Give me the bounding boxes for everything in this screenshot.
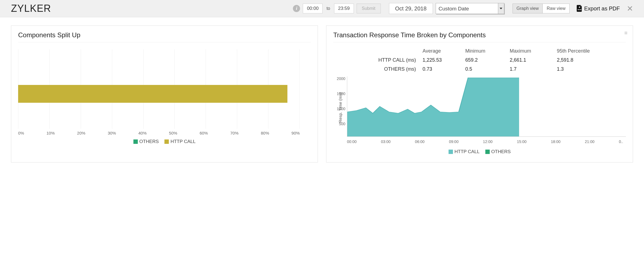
top-toolbar: ZYLKER i to Submit Custom Date Graph vie… xyxy=(0,0,644,17)
svg-text:PDF: PDF xyxy=(578,9,581,10)
raw-view-button[interactable]: Raw view xyxy=(543,4,569,13)
xtick: 50% xyxy=(169,131,177,135)
legend-http[interactable]: HTTP CALL xyxy=(164,139,195,144)
ytick: 1500 xyxy=(334,92,345,96)
xtick: 90% xyxy=(292,131,300,135)
cell: 1.7 xyxy=(509,65,556,74)
xtick: 12:00 xyxy=(483,139,492,144)
xtick: 60% xyxy=(200,131,208,135)
xtick: 18:00 xyxy=(551,139,561,144)
date-input[interactable] xyxy=(389,3,433,14)
col-min: Minimum xyxy=(464,47,509,56)
swatch-icon xyxy=(133,139,138,144)
x-axis: 00:00 03:00 06:00 09:00 12:00 15:00 18:0… xyxy=(347,139,626,144)
time-to-input[interactable] xyxy=(334,4,354,13)
xtick: 15:00 xyxy=(517,139,527,144)
col-max: Maximum xyxy=(509,47,556,56)
graph-view-button[interactable]: Graph view xyxy=(513,4,543,13)
dashboard: Components Split Up 0% 10% 20% 30% 40% 5… xyxy=(0,17,644,171)
cell: 1.3 xyxy=(556,65,626,74)
ytick: 1000 xyxy=(334,107,345,111)
xtick: 40% xyxy=(138,131,147,135)
pdf-icon: PDF xyxy=(576,5,583,12)
cell: 0.73 xyxy=(421,65,464,74)
bar-http-call xyxy=(18,85,287,103)
legend-others[interactable]: OTHERS xyxy=(485,149,511,155)
submit-button[interactable]: Submit xyxy=(357,4,381,13)
row-label: OTHERS (ms) xyxy=(333,65,421,74)
components-split-card: Components Split Up 0% 10% 20% 30% 40% 5… xyxy=(11,25,318,162)
bar-chart: 0% 10% 20% 30% 40% 50% 60% 70% 80% 90% O… xyxy=(18,49,311,145)
cell: 1,225.53 xyxy=(421,56,464,65)
swatch-icon xyxy=(449,150,453,154)
ytick: 2000 xyxy=(334,76,345,81)
date-range-select[interactable]: Custom Date xyxy=(436,3,504,14)
xtick: 00:00 xyxy=(347,139,357,144)
export-pdf-button[interactable]: PDF Export as PDF xyxy=(576,5,620,12)
brand-title: ZYLKER xyxy=(11,3,51,14)
card-title: Components Split Up xyxy=(18,31,311,42)
xtick: 09:00 xyxy=(449,139,458,144)
card-title: Transaction Response Time Broken by Comp… xyxy=(333,31,626,42)
area-chart: Resp. Time (ms) 2000 1500 1000 500 00:00… xyxy=(347,76,626,145)
ytick: 500 xyxy=(334,122,345,126)
cell: 0.5 xyxy=(464,65,509,74)
area-svg xyxy=(347,76,626,137)
cell: 659.2 xyxy=(464,56,509,65)
y-axis: 2000 1500 1000 500 xyxy=(334,76,345,137)
xtick: 0.. xyxy=(619,139,623,144)
time-from-input[interactable] xyxy=(303,4,323,13)
xtick: 80% xyxy=(261,131,269,135)
view-toggle: Graph view Raw view xyxy=(513,4,570,13)
legend: HTTP CALL OTHERS xyxy=(333,149,626,155)
swatch-icon xyxy=(485,150,490,154)
legend-others[interactable]: OTHERS xyxy=(133,139,159,144)
xtick: 10% xyxy=(46,131,55,135)
cell: 2,661.1 xyxy=(509,56,556,65)
table-row: HTTP CALL (ms) 1,225.53 659.2 2,661.1 2,… xyxy=(333,56,626,65)
info-icon[interactable]: i xyxy=(293,5,300,12)
col-avg: Average xyxy=(421,47,464,56)
xtick: 30% xyxy=(108,131,116,135)
stats-table: Average Minimum Maximum 95th Percentile … xyxy=(333,47,626,74)
xtick: 20% xyxy=(77,131,85,135)
col-p95: 95th Percentile xyxy=(556,47,626,56)
row-label: HTTP CALL (ms) xyxy=(333,56,421,65)
response-time-card: Transaction Response Time Broken by Comp… xyxy=(326,25,633,162)
close-icon[interactable]: ✕ xyxy=(627,4,633,13)
x-axis: 0% 10% 20% 30% 40% 50% 60% 70% 80% 90% xyxy=(18,131,300,135)
menu-icon[interactable]: ≡ xyxy=(624,32,627,33)
xtick: 70% xyxy=(230,131,239,135)
xtick: 03:00 xyxy=(381,139,391,144)
svg-marker-1 xyxy=(347,78,519,136)
xtick: 21:00 xyxy=(585,139,595,144)
swatch-icon xyxy=(164,139,169,144)
cell: 2,591.8 xyxy=(556,56,626,65)
table-row: OTHERS (ms) 0.73 0.5 1.7 1.3 xyxy=(333,65,626,74)
legend-http[interactable]: HTTP CALL xyxy=(449,149,480,155)
xtick: 0% xyxy=(18,131,24,135)
legend: OTHERS HTTP CALL xyxy=(18,139,311,145)
to-label: to xyxy=(326,6,330,11)
xtick: 06:00 xyxy=(415,139,425,144)
export-label: Export as PDF xyxy=(584,5,620,12)
